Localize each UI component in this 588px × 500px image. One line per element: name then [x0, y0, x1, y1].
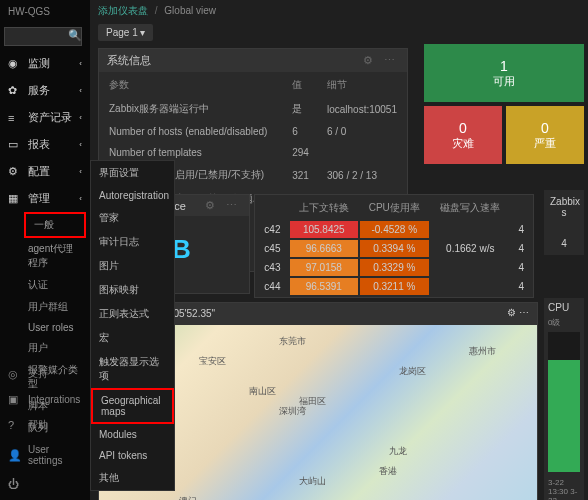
- panel-value: 4: [550, 238, 578, 249]
- subnav-item[interactable]: User roles: [20, 318, 90, 337]
- cpu-widget: CPU 0级 3-22 13:30 3-22: [544, 298, 584, 500]
- bottom-icon: ◎: [8, 368, 22, 381]
- nav-label: 监测: [28, 56, 50, 71]
- bottom-label: 帮助: [28, 418, 48, 432]
- subnav-item[interactable]: 用户群组: [20, 296, 90, 318]
- table-row: Zabbix服务器端运行中是localhost:10051: [101, 98, 405, 120]
- nav-label: 管理: [28, 191, 50, 206]
- card-num: 0: [459, 120, 467, 136]
- bottom-nav-item[interactable]: 👤User settings: [0, 438, 90, 472]
- cell: 306 / 2 / 13: [319, 164, 405, 186]
- search-icon[interactable]: 🔍: [68, 29, 82, 42]
- submenu-item[interactable]: 管家: [91, 206, 174, 230]
- submenu-item[interactable]: 图片: [91, 254, 174, 278]
- panel-title: Zabbix s: [550, 196, 578, 218]
- cell: c43: [257, 259, 288, 276]
- card-label: 灾难: [452, 136, 474, 151]
- submenu-item[interactable]: 触发器显示选项: [91, 350, 174, 388]
- map-label: 香港: [379, 465, 397, 478]
- subnav-item[interactable]: 一般: [24, 212, 86, 238]
- card-num: 1: [500, 58, 508, 74]
- cell: [431, 278, 510, 295]
- widget-actions[interactable]: ⚙ ⋯: [205, 199, 241, 212]
- submenu-item[interactable]: Geographical maps: [91, 388, 174, 424]
- widget-title: 系统信息: [107, 53, 151, 68]
- subnav-item[interactable]: agent代理程序: [20, 238, 90, 274]
- subnav-item[interactable]: 认证: [20, 274, 90, 296]
- cpu-chart: [548, 332, 580, 472]
- cell: localhost:10051: [319, 98, 405, 120]
- col-header: [257, 197, 288, 219]
- table-row: c42105.8425-0.4528 %4: [257, 221, 531, 238]
- subnav-item[interactable]: 用户: [20, 337, 90, 359]
- widget-actions[interactable]: ⚙ ⋯: [363, 54, 399, 67]
- pager[interactable]: Page 1 ▾: [98, 24, 153, 41]
- chevron-icon: ‹: [79, 167, 82, 176]
- submenu-item[interactable]: 其他: [91, 466, 174, 490]
- logo: HW-QGS: [0, 0, 90, 23]
- cell: 6 / 0: [319, 122, 405, 141]
- nav-管理[interactable]: ▦管理‹: [0, 185, 90, 212]
- col-header: 磁盘写入速率: [431, 197, 510, 219]
- cell: 4: [512, 240, 531, 257]
- cell: 294: [284, 143, 317, 162]
- zabbix-panel: Zabbix s 4: [544, 190, 584, 255]
- bottom-nav-item[interactable]: ◎支持: [0, 361, 90, 387]
- nav-icon: ⚙: [8, 165, 22, 178]
- submenu-item[interactable]: 正则表达式: [91, 302, 174, 326]
- map-label: 九龙: [389, 445, 407, 458]
- col-header: 参数: [101, 74, 282, 96]
- cell: -0.4528 %: [360, 221, 429, 238]
- col-header: 上下文转换: [290, 197, 358, 219]
- submenu-item[interactable]: 宏: [91, 326, 174, 350]
- cell: [431, 221, 510, 238]
- map-label: 南山区: [249, 385, 276, 398]
- col-header: [512, 197, 531, 219]
- card-available[interactable]: 1 可用: [424, 44, 584, 102]
- cell: c44: [257, 278, 288, 295]
- nav-配置[interactable]: ⚙配置‹: [0, 158, 90, 185]
- nav-icon: ◉: [8, 57, 22, 70]
- card-high[interactable]: 0 严重: [506, 106, 584, 164]
- bottom-nav-item[interactable]: ▣Integrations: [0, 387, 90, 412]
- cpu-footer: 3-22 13:30 3-22: [544, 476, 584, 500]
- submenu-item[interactable]: Modules: [91, 424, 174, 445]
- breadcrumb-link[interactable]: 添加仪表盘: [98, 5, 148, 16]
- submenu-item[interactable]: Autoregistration: [91, 185, 174, 206]
- nav-资产记录[interactable]: ≡资产记录‹: [0, 104, 90, 131]
- bottom-icon: ⏻: [8, 478, 22, 490]
- cell: 0.3394 %: [360, 240, 429, 257]
- nav-label: 报表: [28, 137, 50, 152]
- nav-服务[interactable]: ✿服务‹: [0, 77, 90, 104]
- map-label: 福田区: [299, 395, 326, 408]
- col-header: 细节: [319, 74, 405, 96]
- nav-label: 配置: [28, 164, 50, 179]
- submenu-item[interactable]: 界面设置: [91, 161, 174, 185]
- bottom-icon: ?: [8, 419, 22, 431]
- cell: 6: [284, 122, 317, 141]
- cpu-y-label: 0级: [544, 317, 584, 328]
- bottom-nav-item[interactable]: ⏻: [0, 472, 90, 496]
- submenu-item[interactable]: 审计日志: [91, 230, 174, 254]
- nav-icon: ✿: [8, 84, 22, 97]
- cell: [431, 259, 510, 276]
- table-row: c4596.66630.3394 %0.1662 w/s4: [257, 240, 531, 257]
- cell: 0.3211 %: [360, 278, 429, 295]
- card-label: 可用: [493, 74, 515, 89]
- chevron-icon: ‹: [79, 194, 82, 203]
- chevron-icon: ‹: [79, 113, 82, 122]
- nav-报表[interactable]: ▭报表‹: [0, 131, 90, 158]
- widget-title: CPU: [544, 298, 584, 317]
- bottom-label: User settings: [28, 444, 82, 466]
- card-label: 严重: [534, 136, 556, 151]
- cell: c42: [257, 221, 288, 238]
- submenu-item[interactable]: API tokens: [91, 445, 174, 466]
- widget-actions[interactable]: ⚙ ⋯: [507, 307, 529, 321]
- cell: Zabbix服务器端运行中: [101, 98, 282, 120]
- submenu-item[interactable]: 图标映射: [91, 278, 174, 302]
- bottom-label: 支持: [28, 367, 48, 381]
- map-label: 东莞市: [279, 335, 306, 348]
- nav-监测[interactable]: ◉监测‹: [0, 50, 90, 77]
- card-disaster[interactable]: 0 灾难: [424, 106, 502, 164]
- bottom-nav-item[interactable]: ?帮助: [0, 412, 90, 438]
